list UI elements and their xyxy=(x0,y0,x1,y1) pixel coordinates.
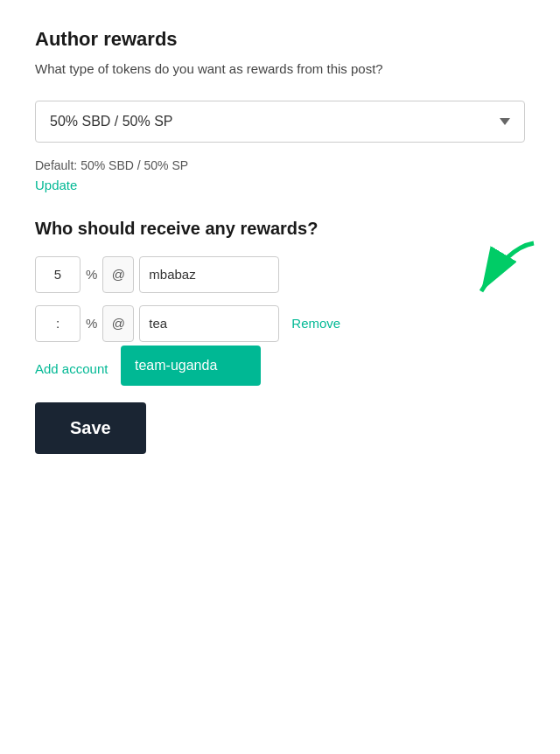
autocomplete-dropdown[interactable]: team-uganda xyxy=(121,346,261,386)
percent-symbol-2: % xyxy=(86,316,97,331)
percent-input-1[interactable] xyxy=(35,256,80,293)
reward-type-dropdown[interactable]: 50% SBD / 50% SP xyxy=(35,101,525,143)
username-input-2[interactable] xyxy=(139,305,279,342)
page-description: What type of tokens do you want as rewar… xyxy=(35,59,525,80)
username-input-1[interactable] xyxy=(139,256,279,293)
update-link[interactable]: Update xyxy=(35,178,77,192)
percent-symbol-1: % xyxy=(86,267,97,282)
account-rows-container: % @ % @ Remove team-uganda xyxy=(35,256,525,342)
chevron-down-icon xyxy=(500,118,510,125)
page-title: Author rewards xyxy=(35,28,525,51)
percent-input-2[interactable] xyxy=(35,305,80,342)
dropdown-value: 50% SBD / 50% SP xyxy=(50,114,173,129)
remove-link[interactable]: Remove xyxy=(291,316,340,331)
account-row: % @ xyxy=(35,256,525,293)
at-symbol-2: @ xyxy=(102,305,134,342)
save-button[interactable]: Save xyxy=(35,402,146,454)
default-text: Default: 50% SBD / 50% SP xyxy=(35,158,525,172)
at-symbol-1: @ xyxy=(102,256,134,293)
account-row-2: % @ Remove team-uganda xyxy=(35,305,525,342)
autocomplete-item[interactable]: team-uganda xyxy=(121,346,261,386)
rewards-section-title: Who should receive any rewards? xyxy=(35,219,525,239)
add-account-link[interactable]: Add account xyxy=(35,354,525,402)
